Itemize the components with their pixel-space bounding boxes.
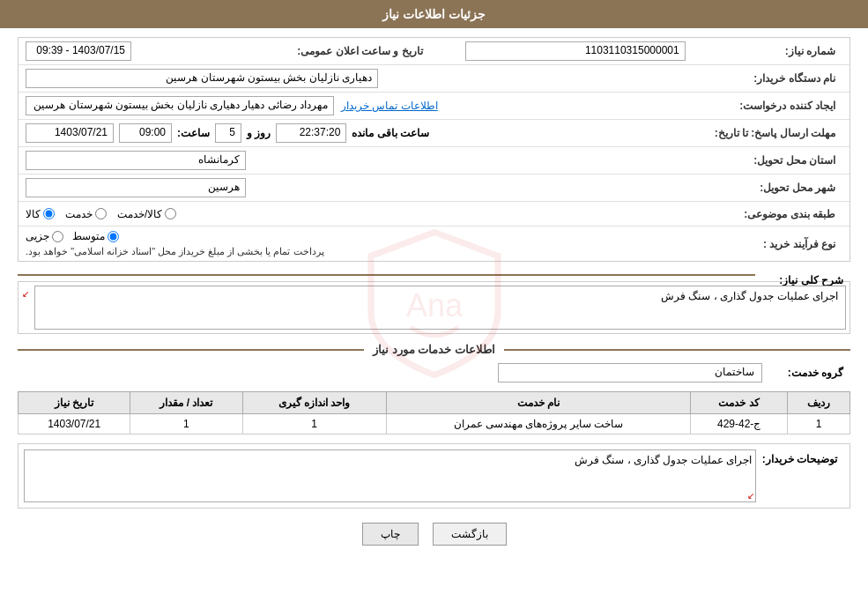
cell-quantity: 1 <box>130 414 242 434</box>
service-group-label: گروه خدمت: <box>762 367 850 379</box>
process-label: نوع فرآیند خرید : <box>737 238 842 250</box>
city-label: شهر محل تحویل: <box>737 182 842 194</box>
buyer-org-label: نام دستگاه خریدار: <box>737 72 842 85</box>
deadline-time: 09:00 <box>119 123 172 143</box>
announce-value-cell: 1403/07/15 - 09:39 <box>26 41 297 61</box>
need-desc-section-title <box>18 271 755 281</box>
buyer-desc-container: اجرای عملیات جدول گذاری ، سنگ فرش ↙ <box>24 449 756 502</box>
need-description-section: شرح کلی نیاز: اجرای عملیات جدول گذاری ، … <box>18 271 850 334</box>
need-number-input: 1103110315000001 <box>465 41 686 61</box>
col-service-code: کد خدمت <box>691 392 788 414</box>
province-row: استان محل تحویل: کرمانشاه <box>19 147 849 175</box>
cell-row-num: 1 <box>787 414 849 434</box>
province-label: استان محل تحویل: <box>737 154 842 167</box>
need-number-label: شماره نیاز: <box>737 45 842 57</box>
table-body: 1 ج-42-429 ساخت سایر پروژه‌های مهندسی عم… <box>19 414 850 434</box>
need-description-box: اجرای عملیات جدول گذاری ، سنگ فرش <box>34 286 846 330</box>
city-row: شهر محل تحویل: هرسین <box>19 175 849 202</box>
content-area: شماره نیاز: 1103110315000001 تاریخ و ساع… <box>0 37 868 554</box>
process-radio-small[interactable] <box>52 231 63 242</box>
page-wrapper: جزئیات اطلاعات نیاز شماره نیاز: 11031103… <box>0 0 868 609</box>
days-value: 5 <box>215 123 241 143</box>
buyer-desc-label: توضیحات خریدار: <box>756 449 844 465</box>
category-radio-goods[interactable] <box>43 208 55 219</box>
buyer-org-row: نام دستگاه خریدار: دهیاری نازلیان بخش بی… <box>19 65 849 93</box>
deadline-row: مهلت ارسال پاسخ: تا تاریخ: ساعت باقی مان… <box>19 120 849 147</box>
province-value-cell: کرمانشاه <box>26 151 737 170</box>
process-options-row: متوسط جزیی <box>26 230 119 242</box>
process-note: پرداخت تمام یا بخشی از مبلغ خریداز محل "… <box>26 246 324 257</box>
city-input: هرسین <box>26 178 246 197</box>
process-radio-medium[interactable] <box>108 231 119 242</box>
announce-label: تاریخ و ساعت اعلان عمومی: <box>297 45 429 57</box>
days-label: روز و <box>247 127 271 139</box>
deadline-label: مهلت ارسال پاسخ: تا تاریخ: <box>715 127 842 139</box>
button-row: بازگشت چاپ <box>18 523 850 554</box>
creator-label: ایجاد کننده درخواست: <box>737 100 842 112</box>
category-label-service-goods: کالا/خدمت <box>117 208 162 220</box>
service-group-row: گروه خدمت: ساختمان <box>18 363 850 382</box>
category-value-cell: کالا/خدمت خدمت کالا <box>26 208 737 220</box>
col-row-num: ردیف <box>787 392 849 414</box>
category-option-goods[interactable]: کالا <box>26 208 55 220</box>
services-table: ردیف کد خدمت نام خدمت واحد اندازه گیری ت… <box>18 391 850 434</box>
cell-service-code: ج-42-429 <box>691 414 788 434</box>
category-radio-service[interactable] <box>95 208 107 219</box>
buyer-org-input: دهیاری نازلیان بخش بیستون شهرستان هرسین <box>26 69 378 88</box>
category-row: طبقه بندی موضوعی: کالا/خدمت خدمت <box>19 202 849 227</box>
category-label-goods: کالا <box>26 208 41 220</box>
province-input: کرمانشاه <box>26 151 246 170</box>
remaining-value: 22:37:20 <box>276 123 346 143</box>
cell-date: 1403/07/21 <box>19 414 130 434</box>
process-option-medium[interactable]: متوسط <box>72 230 119 242</box>
process-label-small: جزیی <box>26 230 49 242</box>
col-service-name: نام خدمت <box>386 392 691 414</box>
service-info-separator: اطلاعات خدمات مورد نیاز <box>18 343 850 356</box>
category-option-service[interactable]: خدمت <box>65 208 107 220</box>
city-value-cell: هرسین <box>26 178 737 197</box>
contact-link[interactable]: اطلاعات تماس خریدار <box>341 100 438 112</box>
process-row: نوع فرآیند خرید : متوسط جزیی پرداخت تمام… <box>19 227 849 261</box>
buyer-org-value-cell: دهیاری نازلیان بخش بیستون شهرستان هرسین <box>26 69 737 88</box>
table-row: 1 ج-42-429 ساخت سایر پروژه‌های مهندسی عم… <box>19 414 850 434</box>
deadline-value-cell: ساعت باقی مانده 22:37:20 روز و 5 ساعت: 0… <box>26 123 715 143</box>
cell-unit: 1 <box>242 414 386 434</box>
category-radio-service-goods[interactable] <box>165 208 176 219</box>
service-info-heading: اطلاعات خدمات مورد نیاز <box>364 343 504 356</box>
main-form-section: شماره نیاز: 1103110315000001 تاریخ و ساع… <box>18 37 850 262</box>
service-group-input: ساختمان <box>498 363 762 382</box>
announce-value: 1403/07/15 - 09:39 <box>26 41 131 61</box>
table-header-row: ردیف کد خدمت نام خدمت واحد اندازه گیری ت… <box>19 392 850 414</box>
remaining-label: ساعت باقی مانده <box>352 127 429 139</box>
buyer-desc-resize: ↙ <box>747 491 754 501</box>
creator-row: ایجاد کننده درخواست: اطلاعات تماس خریدار… <box>19 93 849 120</box>
col-date: تاریخ نیاز <box>19 392 130 414</box>
category-radio-group: کالا/خدمت خدمت کالا <box>26 208 176 220</box>
deadline-date: 1403/07/21 <box>26 123 114 143</box>
time-label: ساعت: <box>177 127 210 139</box>
category-label-service: خدمت <box>65 208 93 220</box>
back-button[interactable]: بازگشت <box>433 523 507 546</box>
process-label-medium: متوسط <box>72 230 105 242</box>
process-value-cell: متوسط جزیی پرداخت تمام یا بخشی از مبلغ خ… <box>26 230 737 257</box>
buyer-desc-area: توضیحات خریدار: اجرای عملیات جدول گذاری … <box>18 443 850 509</box>
deadline-datetime: ساعت باقی مانده 22:37:20 روز و 5 ساعت: 0… <box>26 123 429 143</box>
category-label: طبقه بندی موضوعی: <box>737 208 842 220</box>
col-unit: واحد اندازه گیری <box>242 392 386 414</box>
creator-input: مهرداد رضائی دهیار دهیاری نازلیان بخش بی… <box>26 96 334 115</box>
page-header: جزئیات اطلاعات نیاز <box>0 0 868 28</box>
page-title: جزئیات اطلاعات نیاز <box>382 7 486 21</box>
creator-value-cell: اطلاعات تماس خریدار مهرداد رضائی دهیار د… <box>26 96 737 115</box>
need-desc-label: شرح کلی نیاز: <box>762 271 850 286</box>
need-number-row: شماره نیاز: 1103110315000001 تاریخ و ساع… <box>19 38 849 65</box>
buyer-desc-box: اجرای عملیات جدول گذاری ، سنگ فرش <box>24 449 756 502</box>
need-desc-wrapper: اجرای عملیات جدول گذاری ، سنگ فرش ↙ <box>18 281 850 334</box>
resize-handle: ↙ <box>22 286 34 299</box>
services-table-section: ردیف کد خدمت نام خدمت واحد اندازه گیری ت… <box>18 391 850 434</box>
cell-service-name: ساخت سایر پروژه‌های مهندسی عمران <box>386 414 691 434</box>
need-number-value-cell: 1103110315000001 <box>465 41 737 61</box>
col-quantity: تعداد / مقدار <box>130 392 242 414</box>
category-option-service-goods[interactable]: کالا/خدمت <box>117 208 176 220</box>
print-button[interactable]: چاپ <box>362 523 419 546</box>
process-option-small[interactable]: جزیی <box>26 230 63 242</box>
